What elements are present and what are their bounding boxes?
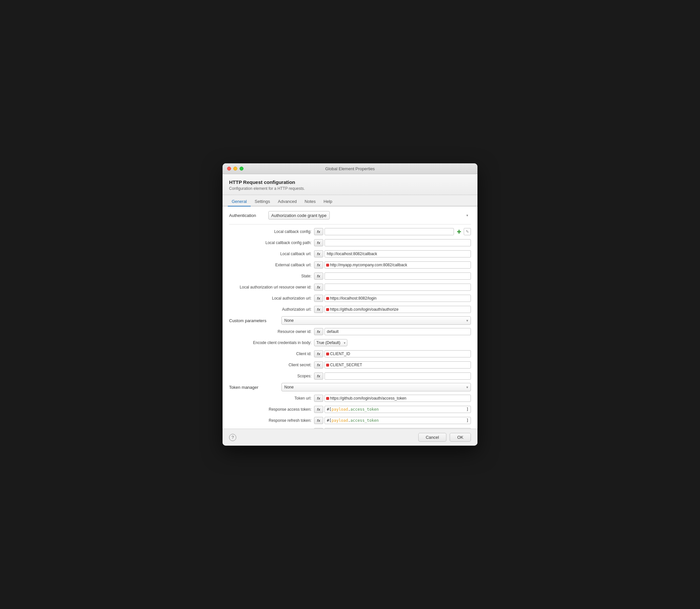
red-dot-client-id	[326, 352, 329, 355]
tab-notes[interactable]: Notes	[301, 197, 320, 207]
local-auth-url-input[interactable]	[330, 296, 469, 300]
header-subtitle: Configuration element for a HTTP request…	[229, 186, 471, 191]
local-callback-url-row: Local callback url: fx	[229, 249, 471, 258]
footer-buttons: Cancel OK	[418, 433, 471, 442]
auth-select-wrapper: Authorization code grant type	[268, 211, 471, 220]
fx-button-7[interactable]: fx	[314, 306, 323, 313]
fx-button-4[interactable]: fx	[314, 273, 323, 280]
red-dot-3	[326, 264, 329, 266]
fx-button-scopes[interactable]: fx	[314, 372, 323, 380]
local-callback-url-input[interactable]	[325, 250, 471, 258]
token-url-label: Token url:	[229, 396, 314, 401]
state-input[interactable]	[325, 273, 471, 280]
client-id-input[interactable]	[330, 351, 469, 356]
response-access-token-label: Response access token:	[229, 407, 314, 412]
ok-button[interactable]: OK	[450, 433, 471, 442]
local-callback-config-path-input[interactable]	[325, 239, 471, 246]
scopes-row: Scopes: fx	[229, 371, 471, 381]
red-dot-token-url	[326, 397, 329, 400]
custom-parameters-select[interactable]: None	[281, 316, 471, 325]
edit-button-0[interactable]: ✎	[464, 228, 471, 235]
local-callback-config-input-group: ✚ ✎	[325, 228, 471, 235]
fx-button-token-url[interactable]: fx	[314, 395, 323, 402]
response-expires-in-row: Response expires in: fx #[ payload . exp…	[229, 427, 471, 429]
fx-button-rei[interactable]: fx	[314, 428, 323, 429]
response-refresh-token-label: Response refresh token:	[229, 418, 314, 423]
custom-parameters-label: Custom parameters	[229, 318, 281, 323]
external-callback-url-row: External callback url: fx	[229, 260, 471, 269]
client-secret-label: Client secret:	[229, 363, 314, 367]
scopes-label: Scopes:	[229, 374, 314, 378]
local-callback-config-label: Local callback config:	[229, 229, 314, 234]
token-url-input[interactable]	[330, 396, 469, 401]
rat-prefix: #[	[327, 407, 331, 412]
rat-close: ]	[466, 407, 468, 412]
fx-button-2[interactable]: fx	[314, 250, 323, 258]
rat-payload: payload	[331, 407, 348, 412]
auth-label: Authentication	[229, 213, 265, 218]
local-callback-config-path-label: Local callback config path:	[229, 241, 314, 245]
rat-dot: .	[348, 407, 350, 412]
fx-button-5[interactable]: fx	[314, 283, 323, 291]
tab-advanced[interactable]: Advanced	[274, 197, 301, 207]
close-button[interactable]	[227, 167, 231, 171]
content-area: Authentication Authorization code grant …	[223, 207, 477, 429]
red-dot-7	[326, 308, 329, 311]
local-callback-config-select[interactable]	[325, 228, 454, 235]
external-callback-url-input[interactable]	[330, 263, 469, 267]
fx-button-6[interactable]: fx	[314, 295, 323, 302]
tab-settings[interactable]: Settings	[251, 197, 274, 207]
token-url-input-wrapper	[325, 395, 471, 402]
window-title: Global Element Properties	[325, 166, 375, 171]
auth-select[interactable]: Authorization code grant type	[268, 211, 330, 220]
resource-owner-label: Resource owner id:	[229, 329, 314, 334]
token-manager-select[interactable]: None	[281, 383, 471, 392]
fx-button-0[interactable]: fx	[314, 228, 323, 235]
response-refresh-token-row: Response refresh token: fx #[ payload . …	[229, 416, 471, 425]
local-auth-url-input-wrapper	[325, 295, 471, 302]
fx-button-1[interactable]: fx	[314, 239, 323, 246]
fx-button-client-secret[interactable]: fx	[314, 361, 323, 368]
encode-credentials-select[interactable]: True (Default)	[314, 339, 347, 346]
tab-help[interactable]: Help	[320, 197, 336, 207]
fx-button-rat[interactable]: fx	[314, 406, 323, 413]
main-window: Global Element Properties HTTP Request c…	[223, 163, 477, 446]
response-expires-in-value[interactable]: #[ payload . expires_in ]	[325, 428, 471, 429]
local-auth-url-resource-input[interactable]	[325, 283, 471, 291]
add-button-0[interactable]: ✚	[455, 228, 462, 235]
local-auth-url-label: Local authorization url:	[229, 296, 314, 300]
auth-url-input-wrapper	[325, 306, 471, 313]
local-callback-config-row: Local callback config: fx ✚ ✎	[229, 227, 471, 236]
authentication-row: Authentication Authorization code grant …	[229, 211, 471, 220]
resource-owner-input[interactable]	[325, 328, 471, 335]
scopes-input[interactable]	[325, 372, 471, 380]
rrt-prefix: #[	[327, 418, 331, 423]
client-id-label: Client id:	[229, 351, 314, 356]
rrt-payload: payload	[331, 418, 348, 423]
minimize-button[interactable]	[233, 167, 237, 171]
client-secret-row: Client secret: fx	[229, 360, 471, 369]
token-manager-row: Token manager None	[229, 383, 471, 392]
external-callback-url-label: External callback url:	[229, 263, 314, 267]
state-row: State: fx	[229, 272, 471, 281]
response-refresh-token-value[interactable]: #[ payload . access_token ]	[325, 417, 471, 424]
external-callback-url-input-wrapper	[325, 261, 471, 268]
fx-button-client-id[interactable]: fx	[314, 350, 323, 358]
maximize-button[interactable]	[240, 167, 243, 171]
auth-url-input[interactable]	[330, 307, 469, 312]
help-button[interactable]: ?	[229, 434, 236, 441]
response-access-token-row: Response access token: fx #[ payload . a…	[229, 405, 471, 414]
client-id-row: Client id: fx	[229, 349, 471, 359]
token-manager-select-wrapper: None	[281, 383, 471, 392]
header-section: HTTP Request configuration Configuration…	[223, 174, 477, 195]
cancel-button[interactable]: Cancel	[418, 433, 446, 442]
fx-button-rrt[interactable]: fx	[314, 417, 323, 424]
fx-button-3[interactable]: fx	[314, 261, 323, 268]
response-access-token-value[interactable]: #[ payload . access_token ]	[325, 406, 471, 413]
custom-parameters-row: Custom parameters None	[229, 316, 471, 325]
resource-owner-row: Resource owner id: fx	[229, 327, 471, 336]
traffic-lights	[227, 167, 243, 171]
fx-button-resource[interactable]: fx	[314, 328, 323, 335]
client-secret-input[interactable]	[330, 363, 469, 367]
tab-general[interactable]: General	[228, 197, 251, 207]
